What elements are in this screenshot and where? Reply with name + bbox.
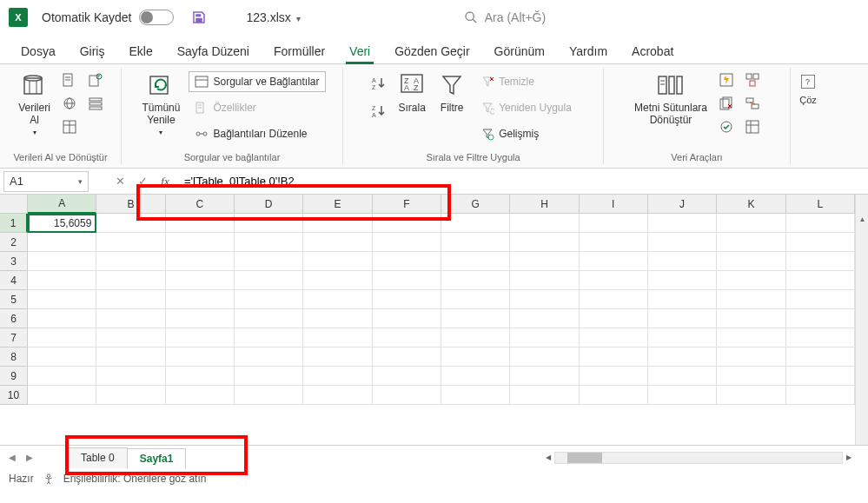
cell[interactable] (166, 233, 235, 252)
cell[interactable] (373, 309, 441, 328)
cell[interactable] (441, 214, 510, 233)
save-icon[interactable] (191, 10, 207, 25)
cell[interactable] (580, 252, 648, 271)
col-header[interactable]: D (235, 195, 303, 214)
cell[interactable] (786, 233, 855, 252)
cell[interactable] (28, 252, 96, 271)
cell[interactable] (303, 214, 372, 233)
cell[interactable] (28, 233, 96, 252)
cell[interactable] (648, 347, 717, 367)
cell[interactable] (648, 252, 717, 271)
cell[interactable] (441, 233, 510, 252)
vertical-scrollbar[interactable]: ▲ (855, 195, 868, 445)
cell[interactable] (235, 290, 303, 309)
horizontal-scrollbar[interactable]: ◀ ▶ (542, 451, 855, 465)
formula-input[interactable] (177, 171, 865, 192)
cell[interactable] (580, 309, 648, 328)
sort-button[interactable]: ZAAZ Sırala (394, 69, 429, 116)
search-box[interactable]: Ara (Alt+Ğ) (464, 10, 546, 24)
col-header[interactable]: I (580, 195, 648, 214)
cell[interactable] (717, 386, 785, 405)
cell[interactable] (373, 214, 441, 233)
existing-connections-icon[interactable] (85, 93, 106, 114)
cell[interactable] (786, 347, 855, 367)
cell[interactable] (166, 290, 235, 309)
cell[interactable] (510, 309, 579, 328)
tab-formuller[interactable]: Formüller (263, 39, 335, 63)
scroll-right-icon[interactable]: ▶ (843, 452, 855, 464)
tab-ekle[interactable]: Ekle (118, 39, 162, 63)
cell[interactable] (580, 214, 648, 233)
cell[interactable] (648, 290, 717, 309)
sheet-tab-sayfa1[interactable]: Sayfa1 (127, 448, 187, 469)
cell[interactable] (166, 328, 235, 347)
cell[interactable] (235, 233, 303, 252)
data-model-icon[interactable] (742, 116, 763, 137)
col-header[interactable]: B (96, 195, 165, 214)
cell[interactable] (166, 367, 235, 386)
sort-asc-icon[interactable]: AZ (368, 73, 389, 94)
cell[interactable] (303, 367, 372, 386)
clear-button[interactable]: Temizle (474, 71, 578, 92)
cell[interactable] (717, 328, 785, 347)
cell[interactable] (441, 367, 510, 386)
cell[interactable] (580, 290, 648, 309)
cell[interactable] (510, 347, 579, 367)
cell[interactable] (510, 367, 579, 386)
cell[interactable] (786, 252, 855, 271)
cell[interactable] (717, 252, 785, 271)
cell[interactable] (96, 309, 165, 328)
col-header[interactable]: A (28, 195, 96, 214)
cell[interactable] (786, 309, 855, 328)
cell[interactable] (28, 347, 96, 367)
row-header[interactable]: 8 (0, 347, 28, 367)
cell[interactable] (166, 386, 235, 405)
cell[interactable] (28, 386, 96, 405)
tab-yardim[interactable]: Yardım (559, 39, 618, 63)
cell[interactable] (648, 386, 717, 405)
cell[interactable] (96, 290, 165, 309)
cell[interactable] (96, 252, 165, 271)
cell[interactable] (510, 328, 579, 347)
fx-icon[interactable]: fx (155, 171, 176, 192)
tab-acrobat[interactable]: Acrobat (621, 39, 684, 63)
scroll-left-icon[interactable]: ◀ (542, 452, 554, 464)
enter-icon[interactable]: ✓ (132, 171, 153, 192)
row-header[interactable]: 9 (0, 367, 28, 386)
cell[interactable] (786, 386, 855, 405)
reapply-button[interactable]: Yeniden Uygula (474, 97, 578, 118)
sheet-nav-prev[interactable]: ◀ (5, 451, 19, 465)
sheet-tab-table0[interactable]: Table 0 (68, 447, 128, 468)
cell[interactable] (786, 367, 855, 386)
col-header[interactable]: F (373, 195, 441, 214)
cell[interactable] (235, 386, 303, 405)
from-table-icon[interactable] (59, 116, 80, 137)
sheet-nav-next[interactable]: ▶ (23, 451, 36, 465)
cell[interactable] (441, 309, 510, 328)
cell[interactable] (786, 328, 855, 347)
cell[interactable] (303, 347, 372, 367)
cell[interactable] (166, 309, 235, 328)
cell[interactable] (717, 309, 785, 328)
refresh-all-button[interactable]: Tümünü Yenile▾ (138, 69, 183, 138)
cell[interactable] (373, 386, 441, 405)
cell[interactable] (648, 214, 717, 233)
select-all-corner[interactable] (0, 195, 28, 214)
cell[interactable] (28, 271, 96, 290)
scroll-up-icon[interactable]: ▲ (857, 214, 868, 224)
cell[interactable] (28, 328, 96, 347)
recent-sources-icon[interactable] (85, 69, 106, 90)
cell[interactable] (441, 271, 510, 290)
queries-connections-button[interactable]: Sorgular ve Bağlantılar (189, 71, 325, 92)
cell[interactable] (303, 252, 372, 271)
cell[interactable] (166, 271, 235, 290)
cell[interactable] (28, 367, 96, 386)
cell[interactable] (235, 214, 303, 233)
from-web-icon[interactable] (59, 93, 80, 114)
cell[interactable] (28, 309, 96, 328)
cell[interactable] (648, 233, 717, 252)
row-header[interactable]: 4 (0, 271, 28, 290)
cell[interactable] (96, 347, 165, 367)
cell[interactable] (235, 347, 303, 367)
filter-button[interactable]: Filtre (434, 69, 469, 116)
